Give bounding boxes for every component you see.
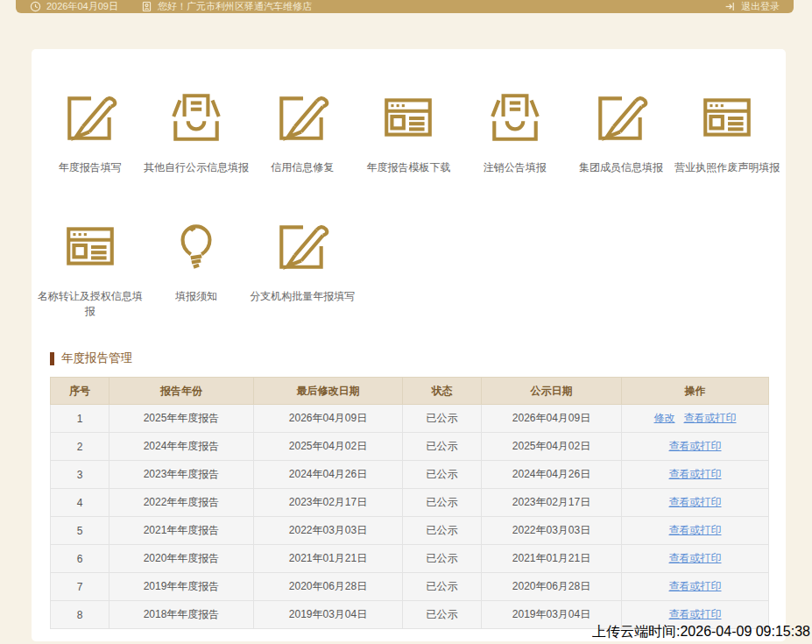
- shortcut-label: 分支机构批量年报填写: [250, 289, 355, 304]
- user-badge-icon: [141, 1, 152, 12]
- cell-actions: 查看或打印: [622, 489, 769, 517]
- table-header: 序号报告年份最后修改日期状态公示日期操作: [51, 378, 769, 405]
- shortcut-item-3[interactable]: 信用信息修复: [250, 88, 356, 175]
- edit-icon: [61, 88, 119, 146]
- column-header: 报告年份: [109, 378, 254, 405]
- cell-actions: 修改查看或打印: [622, 405, 769, 433]
- cell-report-year: 2025年年度报告: [109, 405, 254, 433]
- cell-report-year: 2022年年度报告: [109, 489, 254, 517]
- shortcut-item-6[interactable]: 集团成员信息填报: [568, 88, 674, 175]
- cell-last-modified: 2019年03月04日: [254, 601, 403, 629]
- shortcut-item-2[interactable]: 其他自行公示信息填报: [143, 88, 249, 175]
- cell-publish-date: 2025年04月02日: [482, 433, 622, 461]
- cell-report-year: 2019年年度报告: [109, 573, 254, 601]
- annual-report-table: 序号报告年份最后修改日期状态公示日期操作 12025年年度报告2026年04月0…: [50, 377, 769, 629]
- shortcut-label: 年度报告填写: [59, 160, 122, 175]
- cell-actions: 查看或打印: [622, 433, 769, 461]
- cell-publish-date: 2021年01月21日: [482, 545, 622, 573]
- topbar-greeting: 您好！广元市利州区驿通汽车维修店: [158, 0, 312, 13]
- cell-seq: 6: [51, 545, 109, 573]
- table-row: 32023年年度报告2024年04月26日已公示2024年04月26日查看或打印: [51, 461, 769, 489]
- shortcut-item-4[interactable]: 年度报告模板下载: [356, 88, 462, 175]
- cell-publish-date: 2024年04月26日: [482, 461, 622, 489]
- column-header: 公示日期: [482, 378, 622, 405]
- cell-seq: 8: [51, 601, 109, 629]
- cell-status: 已公示: [403, 545, 482, 573]
- cell-report-year: 2024年年度报告: [109, 433, 254, 461]
- cell-last-modified: 2026年04月09日: [254, 405, 403, 433]
- cell-publish-date: 2022年03月03日: [482, 517, 622, 545]
- cell-actions: 查看或打印: [622, 517, 769, 545]
- cell-seq: 2: [51, 433, 109, 461]
- view-print-link[interactable]: 查看或打印: [669, 440, 722, 452]
- clock-icon: [30, 1, 41, 12]
- topbar: 2026年04月09日 您好！广元市利州区驿通汽车维修店 退出登录: [16, 0, 794, 13]
- cell-last-modified: 2025年04月02日: [254, 433, 403, 461]
- shortcut-item-7[interactable]: 营业执照作废声明填报: [674, 88, 780, 175]
- table-row: 52021年年度报告2022年03月03日已公示2022年03月03日查看或打印: [51, 517, 769, 545]
- cell-status: 已公示: [403, 573, 482, 601]
- logout-label: 退出登录: [741, 0, 780, 13]
- logout-icon: [724, 1, 736, 12]
- cell-seq: 1: [51, 405, 109, 433]
- cell-report-year: 2018年年度报告: [109, 601, 254, 629]
- cell-report-year: 2021年年度报告: [109, 517, 254, 545]
- view-print-link[interactable]: 查看或打印: [669, 496, 722, 508]
- cell-seq: 3: [51, 461, 109, 489]
- view-print-link[interactable]: 查看或打印: [669, 524, 722, 536]
- cell-status: 已公示: [403, 601, 482, 629]
- cell-status: 已公示: [403, 405, 482, 433]
- shortcut-grid: 年度报告填写 其他自行公示信息填报 信用信息修复 年度报告模板下载: [32, 88, 786, 319]
- shortcut-label: 营业执照作废声明填报: [674, 160, 780, 175]
- view-print-link[interactable]: 查看或打印: [669, 552, 722, 564]
- cell-seq: 5: [51, 517, 109, 545]
- modify-link[interactable]: 修改: [654, 412, 675, 424]
- shortcut-label: 集团成员信息填报: [579, 160, 663, 175]
- cell-status: 已公示: [403, 461, 482, 489]
- shortcut-item-9[interactable]: 填报须知: [143, 217, 249, 319]
- edit-icon: [273, 88, 331, 146]
- edit-icon: [592, 88, 650, 146]
- main-card: 年度报告填写 其他自行公示信息填报 信用信息修复 年度报告模板下载: [32, 49, 786, 641]
- cell-last-modified: 2024年04月26日: [254, 461, 403, 489]
- bulb-icon: [167, 217, 225, 275]
- shortcut-label: 年度报告模板下载: [366, 160, 450, 175]
- column-header: 操作: [622, 378, 769, 405]
- cell-seq: 7: [51, 573, 109, 601]
- shortcut-label: 名称转让及授权信息填报: [37, 289, 143, 319]
- shortcut-label: 信用信息修复: [271, 160, 334, 175]
- cell-status: 已公示: [403, 517, 482, 545]
- view-print-link[interactable]: 查看或打印: [669, 468, 722, 480]
- cell-report-year: 2020年年度报告: [109, 545, 254, 573]
- window-icon: [698, 88, 756, 146]
- shortcut-item-8[interactable]: 名称转让及授权信息填报: [37, 217, 143, 319]
- table-row: 62020年年度报告2021年01月21日已公示2021年01月21日查看或打印: [51, 545, 769, 573]
- shortcut-item-5[interactable]: 注销公告填报: [462, 88, 568, 175]
- column-header: 序号: [51, 378, 109, 405]
- view-print-link[interactable]: 查看或打印: [669, 608, 722, 620]
- cell-publish-date: 2020年06月28日: [482, 573, 622, 601]
- column-header: 状态: [403, 378, 482, 405]
- topbar-date: 2026年04月09日: [46, 0, 118, 13]
- window-icon: [61, 217, 119, 275]
- cell-publish-date: 2026年04月09日: [482, 405, 622, 433]
- table-row: 42022年年度报告2023年02月17日已公示2023年02月17日查看或打印: [51, 489, 769, 517]
- cell-actions: 查看或打印: [622, 461, 769, 489]
- column-header: 最后修改日期: [254, 378, 403, 405]
- view-print-link[interactable]: 查看或打印: [684, 412, 737, 424]
- table-row: 72019年年度报告2020年06月28日已公示2020年06月28日查看或打印: [51, 573, 769, 601]
- topbar-greeting-group: 您好！广元市利州区驿通汽车维修店: [141, 0, 312, 13]
- shortcut-label: 其他自行公示信息填报: [144, 160, 249, 175]
- inbox-icon: [486, 88, 544, 146]
- view-print-link[interactable]: 查看或打印: [669, 580, 722, 592]
- cell-publish-date: 2023年02月17日: [482, 489, 622, 517]
- section-marker: [50, 352, 54, 365]
- upload-time: 上传云端时间:2026-04-09 09:15:38: [592, 623, 810, 641]
- cell-last-modified: 2023年02月17日: [254, 489, 403, 517]
- cell-last-modified: 2022年03月03日: [254, 517, 403, 545]
- topbar-date-group: 2026年04月09日: [30, 0, 118, 13]
- shortcut-item-1[interactable]: 年度报告填写: [37, 88, 143, 175]
- logout-button[interactable]: 退出登录: [724, 0, 780, 13]
- shortcut-item-10[interactable]: 分支机构批量年报填写: [250, 217, 356, 319]
- shortcut-label: 填报须知: [175, 289, 217, 304]
